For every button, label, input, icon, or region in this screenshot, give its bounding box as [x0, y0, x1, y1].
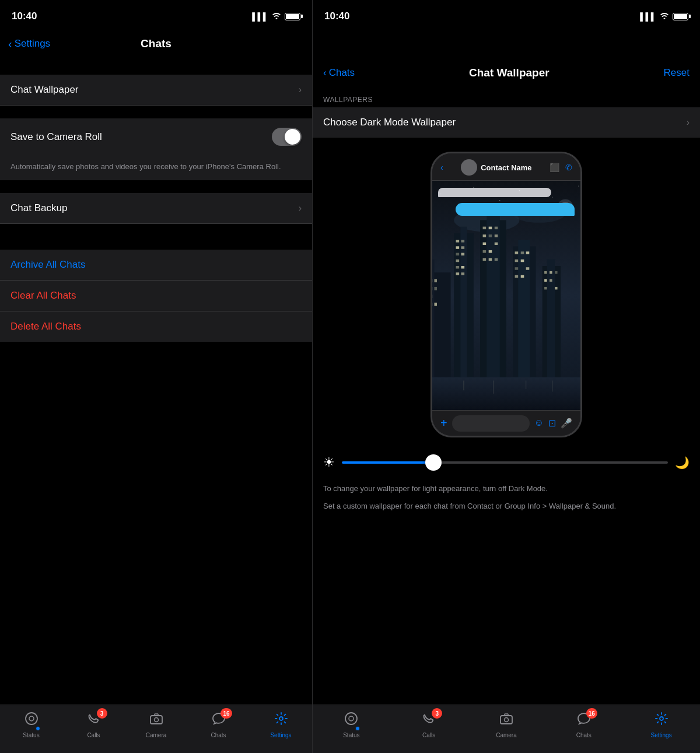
info-text-2: Set a custom wallpaper for each chat fro… — [323, 500, 690, 512]
phone-input-area — [452, 415, 530, 432]
svg-rect-49 — [483, 258, 487, 260]
svg-rect-29 — [461, 246, 465, 248]
svg-rect-81 — [501, 716, 512, 724]
dark-mode-chevron-icon: › — [687, 117, 690, 128]
svg-rect-27 — [461, 240, 465, 242]
save-camera-label: Save to Camera Roll — [10, 131, 102, 143]
phone-header: ‹ Contact Name ⬛ ✆ — [432, 153, 580, 181]
phone-chat-area — [432, 181, 580, 410]
tab-camera-left[interactable]: Camera — [139, 711, 174, 738]
video-call-icon: ⬛ — [550, 163, 559, 172]
chats-tab-label-left: Chats — [211, 732, 226, 738]
svg-rect-40 — [489, 227, 492, 229]
camera-tab-label-right: Camera — [496, 732, 517, 738]
backup-section: Chat Backup › — [0, 193, 312, 224]
info-text-1: To change your wallpaper for light appea… — [323, 483, 690, 495]
svg-rect-72 — [432, 377, 580, 410]
tab-bar-right: Status 3 Calls Camera — [313, 705, 700, 753]
chats-badge-right: 16 — [586, 708, 597, 719]
chat-wallpaper-cell[interactable]: Chat Wallpaper › — [0, 75, 312, 106]
svg-rect-58 — [521, 260, 524, 262]
svg-rect-35 — [456, 272, 460, 275]
back-button-left[interactable]: ‹ Settings — [8, 37, 50, 51]
svg-point-9 — [552, 197, 552, 197]
tab-settings-left[interactable]: Settings — [264, 711, 299, 738]
delete-all-label: Delete All Chats — [10, 321, 81, 332]
status-dot-right — [355, 726, 360, 731]
svg-rect-56 — [526, 251, 530, 254]
clear-all-cell[interactable]: Clear All Chats — [0, 281, 312, 311]
sent-msg-bubble — [456, 203, 575, 216]
svg-rect-36 — [461, 272, 465, 275]
wifi-icon-left — [272, 12, 281, 21]
dark-mode-wallpaper-label: Choose Dark Mode Wallpaper — [323, 117, 456, 128]
brightness-slider-row[interactable]: ☀ 🌙 — [313, 447, 700, 478]
spacer-left — [0, 237, 312, 250]
tab-status-right[interactable]: Status — [334, 711, 369, 738]
phone-plus-icon: + — [440, 416, 447, 430]
archive-all-cell[interactable]: Archive All Chats — [0, 250, 312, 281]
svg-rect-45 — [483, 243, 487, 245]
reset-button[interactable]: Reset — [664, 67, 690, 79]
tab-settings-right[interactable]: Settings — [644, 711, 679, 738]
save-camera-section: Save to Camera Roll Automatically save p… — [0, 118, 312, 180]
tab-chats-right[interactable]: 16 Chats — [566, 711, 601, 738]
save-camera-cell[interactable]: Save to Camera Roll — [0, 118, 312, 155]
tab-camera-right[interactable]: Camera — [489, 711, 524, 738]
tab-calls-left[interactable]: 3 Calls — [76, 711, 111, 738]
status-tab-icon-right — [344, 711, 359, 730]
tab-status-left[interactable]: Status — [14, 711, 49, 738]
svg-rect-18 — [434, 279, 436, 282]
svg-point-10 — [578, 185, 579, 186]
phone-preview-container: ‹ Contact Name ⬛ ✆ — [313, 138, 700, 447]
status-bar-right: 10:40 ▌▌▌ — [313, 0, 700, 29]
sun-icon: ☀ — [323, 455, 335, 470]
brightness-thumb[interactable] — [425, 454, 442, 471]
svg-rect-25 — [460, 227, 467, 377]
save-camera-description: Automatically save photos and videos you… — [10, 162, 281, 171]
back-button-right[interactable]: ‹ Chats — [323, 67, 355, 79]
calls-tab-icon-right: 3 — [421, 711, 436, 730]
svg-rect-39 — [483, 227, 487, 229]
chats-tab-icon-right: 16 — [576, 711, 592, 730]
sticker-icon: ☺ — [534, 418, 544, 429]
chevron-right-icon: › — [299, 85, 302, 95]
svg-rect-61 — [515, 275, 519, 278]
svg-rect-57 — [515, 260, 519, 262]
calls-tab-icon-left: 3 — [86, 711, 102, 730]
svg-rect-23 — [434, 303, 436, 306]
chats-tab-label-right: Chats — [576, 732, 592, 738]
chevron-left-icon: ‹ — [8, 37, 12, 51]
dark-mode-wallpaper-cell[interactable]: Choose Dark Mode Wallpaper › — [313, 107, 700, 138]
phone-contact: Contact Name — [461, 159, 531, 176]
svg-rect-67 — [555, 271, 557, 274]
delete-all-cell[interactable]: Delete All Chats — [0, 311, 312, 342]
svg-rect-26 — [456, 240, 460, 242]
calls-tab-label-right: Calls — [422, 732, 435, 738]
wifi-icon-right — [660, 11, 669, 22]
svg-point-79 — [345, 713, 357, 724]
right-panel: 10:40 ▌▌▌ ‹ Chats Chat Wallpaper Reset W… — [312, 0, 700, 753]
clear-all-label: Clear All Chats — [10, 290, 76, 302]
status-tab-icon-left — [24, 711, 39, 730]
phone-contact-name: Contact Name — [481, 163, 531, 172]
status-tab-label-right: Status — [343, 732, 359, 738]
status-icons-right: ▌▌▌ — [640, 11, 688, 22]
brightness-track[interactable] — [342, 461, 668, 464]
chat-backup-cell[interactable]: Chat Backup › — [0, 193, 312, 224]
save-camera-toggle[interactable] — [272, 128, 302, 146]
right-bottom-spacer — [313, 529, 700, 705]
svg-rect-50 — [489, 258, 492, 260]
info-text-container: To change your wallpaper for light appea… — [313, 478, 700, 529]
photo-icon: ⊡ — [548, 418, 556, 429]
tab-calls-right[interactable]: 3 Calls — [411, 711, 446, 738]
calls-badge-left: 3 — [97, 708, 107, 719]
tab-chats-left[interactable]: 16 Chats — [201, 711, 236, 738]
svg-rect-2 — [150, 716, 162, 724]
status-bar-left: 10:40 ▌▌▌ — [0, 0, 312, 29]
camera-tab-icon-right — [499, 711, 514, 730]
signal-icon-left: ▌▌▌ — [252, 12, 268, 21]
mic-icon: 🎤 — [561, 418, 572, 429]
chat-wallpaper-label: Chat Wallpaper — [10, 84, 79, 96]
camera-tab-icon-left — [149, 711, 164, 730]
